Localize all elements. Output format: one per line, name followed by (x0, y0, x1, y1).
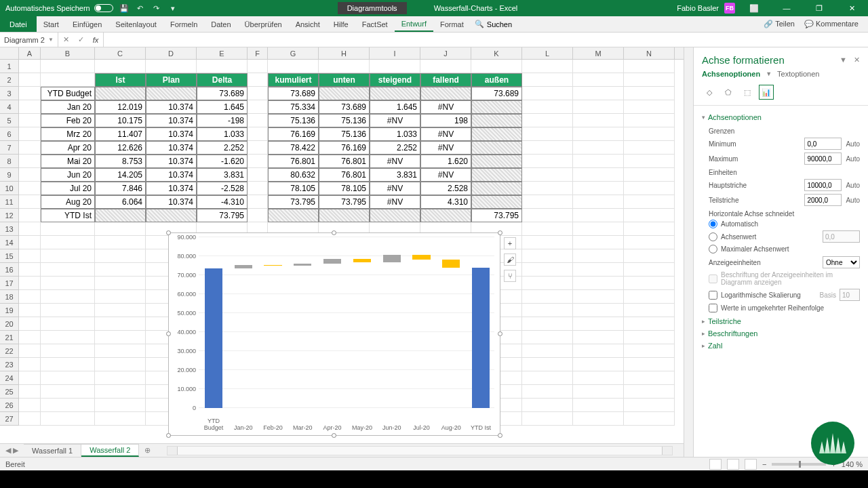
cell[interactable] (573, 385, 624, 399)
row-header[interactable]: 23 (0, 358, 18, 371)
cell[interactable]: #NV (370, 114, 420, 127)
close-icon[interactable]: ✕ (838, 0, 865, 16)
row-header[interactable]: 7 (0, 141, 18, 155)
chart-plot-area[interactable]: 010.00020.00030.00040.00050.00060.00070.… (199, 239, 494, 408)
cell[interactable] (19, 60, 41, 73)
cell[interactable]: 14.205 (95, 168, 146, 182)
cell[interactable] (41, 236, 95, 249)
row-header[interactable]: 26 (0, 399, 18, 412)
log-scale-check[interactable]: Logarithmische SkalierungBasis (709, 289, 860, 301)
cell[interactable] (624, 385, 675, 399)
cell[interactable]: 78.422 (268, 141, 319, 155)
cell[interactable] (573, 331, 624, 344)
cell[interactable] (522, 249, 573, 263)
cell[interactable] (248, 195, 268, 209)
cell[interactable] (573, 168, 624, 182)
section-teilstriche[interactable]: Teilstriche (702, 315, 860, 327)
cell[interactable] (41, 73, 95, 87)
cell[interactable] (420, 60, 471, 73)
cell[interactable] (573, 209, 624, 222)
col-header[interactable]: J (420, 47, 471, 59)
cell[interactable]: -2.528 (197, 182, 248, 195)
cell[interactable]: 2.528 (420, 182, 471, 195)
cell[interactable] (522, 222, 573, 236)
section-achsenoptionen[interactable]: Achsenoptionen (702, 111, 860, 123)
cell[interactable]: 8.753 (95, 155, 146, 168)
row-header[interactable]: 24 (0, 371, 18, 385)
cell[interactable]: 4.310 (420, 195, 471, 209)
cell[interactable] (624, 87, 675, 100)
cell[interactable] (19, 263, 41, 277)
cell[interactable] (41, 60, 95, 73)
user-avatar[interactable]: FB (724, 3, 735, 14)
row-header[interactable]: 22 (0, 344, 18, 358)
cell[interactable]: 11.407 (95, 127, 146, 141)
fx-icon[interactable]: fx (88, 36, 103, 44)
cell[interactable]: 10.374 (146, 168, 197, 182)
cell[interactable]: 75.136 (319, 114, 370, 127)
section-zahl[interactable]: Zahl (702, 340, 860, 352)
cell[interactable]: 73.795 (268, 195, 319, 209)
col-header[interactable]: A (19, 47, 41, 59)
row-header[interactable]: 27 (0, 412, 18, 426)
cell[interactable] (522, 344, 573, 358)
cell[interactable]: Aug 20 (41, 195, 95, 209)
cell[interactable] (95, 412, 146, 426)
chart-elements-button[interactable]: + (504, 237, 516, 249)
cell[interactable] (573, 277, 624, 290)
cell[interactable]: -4.310 (197, 195, 248, 209)
cell[interactable] (624, 290, 675, 304)
cell[interactable]: 1.645 (197, 100, 248, 114)
tab-hilfe[interactable]: Hilfe (327, 16, 355, 32)
cell[interactable] (624, 141, 675, 155)
row-header[interactable]: 9 (0, 168, 18, 182)
cell[interactable] (624, 73, 675, 87)
cell[interactable] (248, 60, 268, 73)
cell[interactable] (420, 209, 471, 222)
cell[interactable]: Jan 20 (41, 100, 95, 114)
cell[interactable] (19, 100, 41, 114)
cell[interactable] (95, 60, 146, 73)
cell[interactable] (522, 317, 573, 331)
cell[interactable]: YTD Budget (41, 87, 95, 100)
cell[interactable]: 10.374 (146, 100, 197, 114)
add-sheet-button[interactable]: ⊕ (139, 444, 156, 457)
cell[interactable]: 78.105 (319, 182, 370, 195)
cell[interactable] (624, 236, 675, 249)
cell[interactable]: 10.374 (146, 114, 197, 127)
col-header[interactable]: G (268, 47, 319, 59)
cell[interactable] (19, 168, 41, 182)
cell[interactable] (624, 182, 675, 195)
cell[interactable] (19, 344, 41, 358)
cell[interactable] (95, 358, 146, 371)
cell[interactable] (522, 358, 573, 371)
cell[interactable] (471, 168, 522, 182)
sheet-nav[interactable]: ◀ ▶ (0, 444, 24, 457)
cell[interactable] (573, 412, 624, 426)
cell[interactable] (248, 209, 268, 222)
cell[interactable] (41, 385, 95, 399)
cell[interactable] (471, 182, 522, 195)
cell[interactable] (248, 127, 268, 141)
cell[interactable] (573, 73, 624, 87)
cell[interactable]: 73.689 (268, 87, 319, 100)
cell[interactable] (19, 209, 41, 222)
cell[interactable] (146, 60, 197, 73)
row-header[interactable]: 14 (0, 236, 18, 249)
cell[interactable] (95, 209, 146, 222)
cell[interactable] (471, 114, 522, 127)
minimize-icon[interactable]: — (773, 0, 800, 16)
cell[interactable] (624, 100, 675, 114)
cell[interactable] (624, 344, 675, 358)
row-header[interactable]: 5 (0, 114, 18, 127)
cell[interactable] (522, 60, 573, 73)
cell[interactable] (624, 358, 675, 371)
cell[interactable] (95, 263, 146, 277)
spreadsheet-grid[interactable]: ABCDEFGHIJKLMN 1234567891011121314151617… (0, 47, 684, 443)
row-header[interactable]: 13 (0, 222, 18, 236)
cell[interactable]: außen (471, 73, 522, 87)
cell[interactable]: 75.136 (268, 114, 319, 127)
cell[interactable] (41, 358, 95, 371)
cell[interactable]: 7.846 (95, 182, 146, 195)
cell[interactable] (95, 399, 146, 412)
